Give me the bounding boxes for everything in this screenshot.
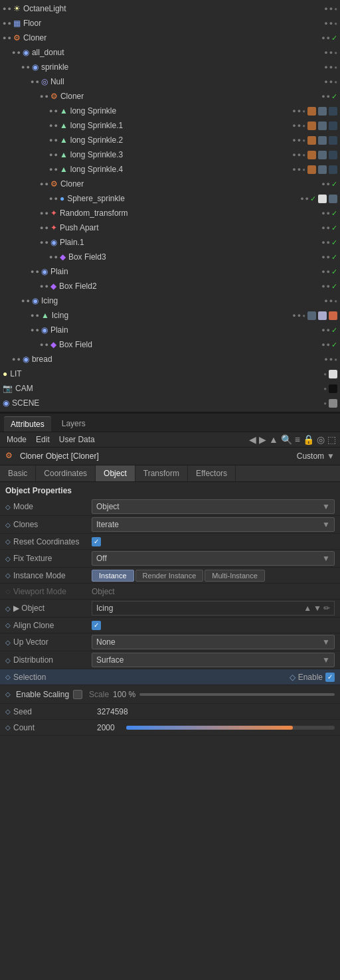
lock-icon[interactable]: ●: [329, 356, 333, 363]
vis-icon[interactable]: ●: [321, 35, 325, 41]
lock-dot[interactable]: ●: [54, 122, 57, 129]
nav-up-icon[interactable]: ▲: [269, 434, 278, 445]
lock-icon[interactable]: ●: [327, 210, 330, 216]
mode-dropdown[interactable]: Object ▼: [92, 499, 335, 514]
tab-transform[interactable]: Transform: [135, 465, 188, 481]
lock-icon[interactable]: ●: [327, 224, 330, 231]
lock-icon[interactable]: ●: [327, 239, 330, 246]
tree-item[interactable]: ●●◉bread●●●: [0, 352, 340, 367]
lock-dot[interactable]: ●: [54, 151, 57, 158]
eye-dot[interactable]: ●: [49, 137, 52, 143]
lock-icon[interactable]: ●: [298, 122, 301, 129]
eye-dot[interactable]: ●: [21, 297, 25, 304]
eye-dot[interactable]: ●: [49, 254, 52, 260]
lock-icon[interactable]: ●: [327, 181, 330, 187]
lock-icon[interactable]: ●: [327, 93, 330, 100]
lock-dot[interactable]: ●: [44, 93, 48, 100]
lock-dot[interactable]: ●: [54, 195, 57, 202]
tree-item[interactable]: ●●◎Null●●●: [0, 74, 340, 89]
vis-icon[interactable]: ●: [292, 151, 296, 158]
tree-item[interactable]: ●●◉Plain●●✓: [0, 264, 340, 279]
eye-dot[interactable]: ●: [40, 210, 43, 216]
multi-instance-btn[interactable]: Multi-Instance: [205, 570, 264, 582]
lock-icon[interactable]: 🔒: [303, 434, 314, 445]
tab-layers[interactable]: Layers: [55, 416, 92, 432]
tab-attributes[interactable]: Attributes: [4, 416, 51, 432]
eye-dot[interactable]: ●: [12, 49, 15, 56]
lock-dot[interactable]: ●: [44, 210, 48, 216]
vis-icon[interactable]: ●: [324, 49, 327, 56]
vis-icon[interactable]: ●: [292, 108, 296, 114]
tab-coordinates[interactable]: Coordinates: [36, 465, 96, 481]
vis-icon[interactable]: ●: [321, 254, 325, 260]
vis-icon[interactable]: ●: [292, 312, 296, 319]
prop-align-value[interactable]: ✓: [92, 621, 335, 630]
vis-icon[interactable]: ●: [321, 283, 325, 289]
menu-userdata[interactable]: User Data: [56, 434, 98, 445]
lock-dot[interactable]: ●: [44, 181, 48, 187]
lock-icon[interactable]: ●: [327, 341, 330, 348]
tree-item[interactable]: ●●⚙Cloner●●✓: [0, 89, 340, 104]
vis-icon[interactable]: ●: [292, 137, 296, 143]
grid-icon[interactable]: ⬚: [327, 434, 336, 445]
tree-item[interactable]: ●●☀OctaneLight●●●: [0, 1, 340, 16]
picker-down-icon[interactable]: ▼: [313, 604, 321, 613]
lock-icon[interactable]: ●: [327, 35, 330, 41]
vis-icon[interactable]: ●: [321, 93, 325, 100]
up-vector-dropdown[interactable]: None ▼: [92, 635, 335, 649]
tab-basic[interactable]: Basic: [0, 465, 36, 481]
lock-icon[interactable]: ●: [298, 151, 301, 158]
eye-dot[interactable]: ●: [49, 195, 52, 202]
lock-dot[interactable]: ●: [44, 224, 48, 231]
enable-scaling-checkbox[interactable]: [73, 690, 82, 699]
vis-icon[interactable]: ●: [321, 181, 325, 187]
tree-item[interactable]: ●●▲long Sprinkle●●●: [0, 104, 340, 118]
lock-dot[interactable]: ●: [26, 297, 29, 304]
tree-item[interactable]: ●●✦Push Apart●●✓: [0, 220, 340, 235]
tree-item[interactable]: ●●▲long Sprinkle.2●●●: [0, 133, 340, 147]
eye-dot[interactable]: ●: [3, 5, 6, 12]
vis-icon[interactable]: ●: [324, 20, 327, 27]
tree-item[interactable]: ●●▲long Sprinkle.4●●●: [0, 162, 340, 177]
lock-icon[interactable]: ●: [298, 108, 301, 114]
tree-item[interactable]: 📷CAM●: [0, 381, 340, 396]
tree-item[interactable]: ●●◆Box Field●●✓: [0, 337, 340, 352]
tree-item[interactable]: ●●◆Box Field2●●✓: [0, 279, 340, 293]
instance-btn[interactable]: Instance: [92, 570, 134, 582]
tree-item[interactable]: ●●◉Plain.1●●✓: [0, 235, 340, 250]
eye-dot[interactable]: ●: [31, 268, 34, 275]
lock-icon[interactable]: ●: [329, 78, 333, 85]
vis-icon[interactable]: ●: [324, 78, 327, 85]
selection-enable-checkbox[interactable]: ✓: [325, 673, 335, 682]
search-icon[interactable]: 🔍: [281, 434, 292, 445]
tree-item[interactable]: ●●◉sprinkle●●●: [0, 60, 340, 74]
vis-icon[interactable]: ●: [321, 268, 325, 275]
eye-dot[interactable]: ●: [40, 239, 43, 246]
lock-icon[interactable]: ●: [298, 166, 301, 173]
vis-icon[interactable]: ●: [321, 327, 325, 333]
vis-icon[interactable]: ●: [321, 210, 325, 216]
tree-item[interactable]: ●●◉Plain●●✓: [0, 323, 340, 337]
scale-slider[interactable]: [139, 693, 335, 696]
tree-item[interactable]: ●●◆Box Field3●●✓: [0, 250, 340, 264]
lock-icon[interactable]: ●: [329, 20, 333, 27]
eye-dot[interactable]: ●: [40, 181, 43, 187]
preset-dropdown-arrow[interactable]: ▼: [327, 451, 335, 461]
vis-icon[interactable]: ●: [324, 64, 327, 70]
lock-dot[interactable]: ●: [26, 64, 29, 70]
lock-dot[interactable]: ●: [35, 327, 39, 333]
eye-dot[interactable]: ●: [3, 35, 6, 41]
tab-effectors[interactable]: Effectors: [188, 465, 236, 481]
lock-icon[interactable]: ●: [327, 283, 330, 289]
picker-arrow-icon[interactable]: ▲: [303, 604, 311, 613]
align-clone-checkbox[interactable]: ✓: [92, 621, 101, 630]
vis-icon[interactable]: ●: [292, 166, 296, 173]
vis-icon[interactable]: ●: [324, 297, 327, 304]
lock-icon[interactable]: ●: [329, 49, 333, 56]
lock-icon[interactable]: ●: [329, 297, 333, 304]
vis-icon[interactable]: ●: [321, 224, 325, 231]
lock-dot[interactable]: ●: [7, 20, 11, 27]
eye-dot[interactable]: ●: [49, 108, 52, 114]
lock-dot[interactable]: ●: [44, 283, 48, 289]
vis-icon[interactable]: ●: [324, 356, 327, 363]
